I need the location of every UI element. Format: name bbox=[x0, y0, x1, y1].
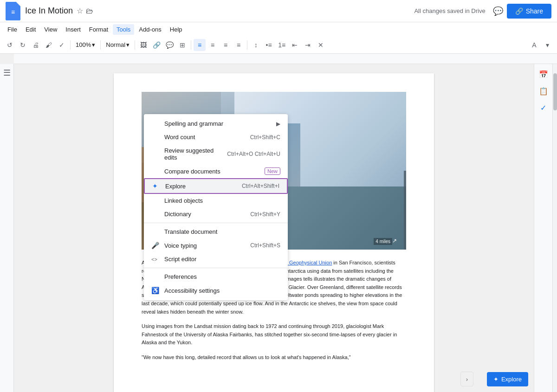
menu-file[interactable]: File bbox=[4, 24, 21, 35]
scale-indicator: 4 miles bbox=[374, 238, 392, 245]
menu-item-dictionary[interactable]: Dictionary Ctrl+Shift+Y bbox=[144, 207, 288, 221]
ruler-marks bbox=[14, 54, 557, 64]
left-sidebar: ☰ bbox=[0, 64, 14, 392]
review-shortcut: Ctrl+Alt+O Ctrl+Alt+U bbox=[227, 151, 280, 157]
ruler bbox=[14, 54, 557, 64]
changes-saved-label: All changes saved in Drive bbox=[414, 7, 485, 14]
toolbar-divider-1 bbox=[70, 40, 71, 50]
main-area: ☰ 4 miles ↗ At bbox=[0, 64, 557, 392]
text-color-button[interactable]: A bbox=[528, 39, 540, 51]
style-dropdown[interactable]: Normal ▾ bbox=[103, 40, 132, 49]
align-left-button[interactable]: ≡ bbox=[194, 39, 206, 51]
explore-label: Explore bbox=[165, 183, 234, 190]
linked-label: Linked objects bbox=[164, 197, 280, 204]
wordcount-label: Word count bbox=[164, 134, 243, 141]
menu-view[interactable]: View bbox=[40, 24, 61, 35]
menu-item-review[interactable]: Review suggested edits Ctrl+Alt+O Ctrl+A… bbox=[144, 144, 288, 164]
increase-indent-button[interactable]: ⇥ bbox=[302, 39, 314, 51]
menu-addons[interactable]: Add-ons bbox=[135, 24, 165, 35]
scrollbar-thumb[interactable] bbox=[553, 73, 557, 110]
keep-icon[interactable]: ✓ bbox=[537, 101, 550, 114]
toolbar-divider-3 bbox=[135, 40, 135, 50]
outline-icon[interactable]: ☰ bbox=[3, 68, 11, 78]
voicetyping-shortcut: Ctrl+Shift+S bbox=[250, 242, 280, 249]
link-button[interactable]: 🔗 bbox=[150, 39, 162, 51]
explore-shortcut: Ctrl+Alt+Shift+I bbox=[242, 183, 279, 189]
title-bar: Ice In Motion ☆ 🗁 All changes saved in D… bbox=[0, 0, 557, 22]
clear-format-button[interactable]: ✕ bbox=[315, 39, 327, 51]
accessibility-label: Accessibility settings bbox=[164, 287, 280, 294]
review-label: Review suggested edits bbox=[164, 147, 220, 161]
menu-item-scripteditor[interactable]: <> Script editor bbox=[144, 252, 288, 266]
menu-insert[interactable]: Insert bbox=[62, 24, 84, 35]
star-icon[interactable]: ☆ bbox=[77, 6, 83, 15]
compare-new-badge: New bbox=[265, 167, 280, 175]
expand-sidebar-button[interactable]: › bbox=[460, 372, 473, 386]
toolbar-divider-5 bbox=[247, 40, 247, 50]
right-sidebar: 📅 📋 ✓ bbox=[534, 64, 552, 392]
tools-dropdown-menu: Spelling and grammar ▶ Word count Ctrl+S… bbox=[144, 114, 288, 300]
spellcheck-button[interactable]: ✓ bbox=[56, 39, 68, 51]
folder-icon[interactable]: 🗁 bbox=[86, 7, 93, 15]
menu-item-linked[interactable]: Linked objects bbox=[144, 194, 288, 207]
align-justify-button[interactable]: ≡ bbox=[233, 39, 245, 51]
scrollbar[interactable] bbox=[552, 64, 557, 392]
align-right-button[interactable]: ≡ bbox=[220, 39, 232, 51]
zoom-value: 100% bbox=[76, 41, 91, 48]
table-button[interactable]: ⊞ bbox=[176, 39, 188, 51]
dictionary-label: Dictionary bbox=[164, 211, 243, 218]
menu-divider-1 bbox=[144, 223, 288, 223]
explore-menu-icon: ✦ bbox=[152, 182, 162, 190]
paragraph-2: Using images from the Landsat mission da… bbox=[142, 322, 406, 347]
menu-item-voicetyping[interactable]: 🎤 Voice typing Ctrl+Shift+S bbox=[144, 238, 288, 252]
menu-help[interactable]: Help bbox=[166, 24, 186, 35]
decrease-indent-button[interactable]: ⇤ bbox=[289, 39, 301, 51]
voicetyping-label: Voice typing bbox=[164, 242, 243, 249]
toolbar-divider-4 bbox=[191, 40, 191, 50]
comment-tb-button[interactable]: 💬 bbox=[163, 39, 175, 51]
doc-title: Ice In Motion bbox=[25, 6, 73, 16]
menu-item-wordcount[interactable]: Word count Ctrl+Shift+C bbox=[144, 130, 288, 144]
zoom-dropdown[interactable]: 100% ▾ bbox=[73, 40, 98, 49]
tasks-icon[interactable]: 📋 bbox=[537, 84, 550, 97]
mic-icon: 🎤 bbox=[151, 242, 161, 249]
compare-label: Compare documents bbox=[164, 168, 261, 175]
toolbar-divider-2 bbox=[100, 40, 101, 50]
undo-button[interactable]: ↺ bbox=[4, 39, 16, 51]
toolbar: ↺ ↻ 🖨 🖌 ✓ 100% ▾ Normal ▾ 🖼 🔗 💬 ⊞ ≡ ≡ ≡ … bbox=[0, 36, 557, 54]
comment-button[interactable]: 💬 bbox=[493, 6, 503, 16]
menu-divider-2 bbox=[144, 268, 288, 268]
menu-format[interactable]: Format bbox=[85, 24, 112, 35]
menu-bar: File Edit View Insert Format Tools Add-o… bbox=[0, 22, 557, 36]
menu-item-translate[interactable]: Translate document bbox=[144, 225, 288, 238]
menu-item-compare[interactable]: Compare documents New bbox=[144, 164, 288, 178]
paintformat-button[interactable]: 🖌 bbox=[43, 39, 55, 51]
image-button[interactable]: 🖼 bbox=[137, 39, 149, 51]
cursor-indicator: ↗ bbox=[392, 238, 397, 244]
preferences-label: Preferences bbox=[164, 273, 280, 280]
menu-tools[interactable]: Tools bbox=[113, 24, 134, 35]
scripteditor-label: Script editor bbox=[164, 256, 280, 263]
menu-item-preferences[interactable]: Preferences bbox=[144, 270, 288, 283]
paragraph-3: "We now have this long, detailed record … bbox=[142, 353, 406, 362]
bullet-list-button[interactable]: •≡ bbox=[263, 39, 275, 51]
format-options-button[interactable]: ▾ bbox=[541, 39, 553, 51]
spelling-label: Spelling and grammar bbox=[164, 120, 272, 127]
menu-edit[interactable]: Edit bbox=[22, 24, 39, 35]
numbered-list-button[interactable]: 1≡ bbox=[276, 39, 288, 51]
redo-button[interactable]: ↻ bbox=[17, 39, 29, 51]
share-icon: 🔗 bbox=[515, 7, 523, 15]
calendar-icon[interactable]: 📅 bbox=[537, 68, 550, 81]
print-button[interactable]: 🖨 bbox=[30, 39, 42, 51]
menu-item-spelling[interactable]: Spelling and grammar ▶ bbox=[144, 117, 288, 130]
explore-button[interactable]: ✦ Explore bbox=[487, 372, 528, 386]
menu-item-explore[interactable]: ✦ Explore Ctrl+Alt+Shift+I bbox=[144, 178, 288, 194]
spelling-arrow: ▶ bbox=[276, 121, 280, 127]
menu-item-accessibility[interactable]: ♿ Accessibility settings bbox=[144, 283, 288, 297]
line-spacing-button[interactable]: ↕ bbox=[250, 39, 262, 51]
accessibility-icon: ♿ bbox=[151, 287, 161, 294]
share-label: Share bbox=[526, 7, 543, 15]
share-button[interactable]: 🔗 Share bbox=[507, 4, 551, 19]
dictionary-shortcut: Ctrl+Shift+Y bbox=[250, 211, 280, 218]
align-center-button[interactable]: ≡ bbox=[207, 39, 219, 51]
